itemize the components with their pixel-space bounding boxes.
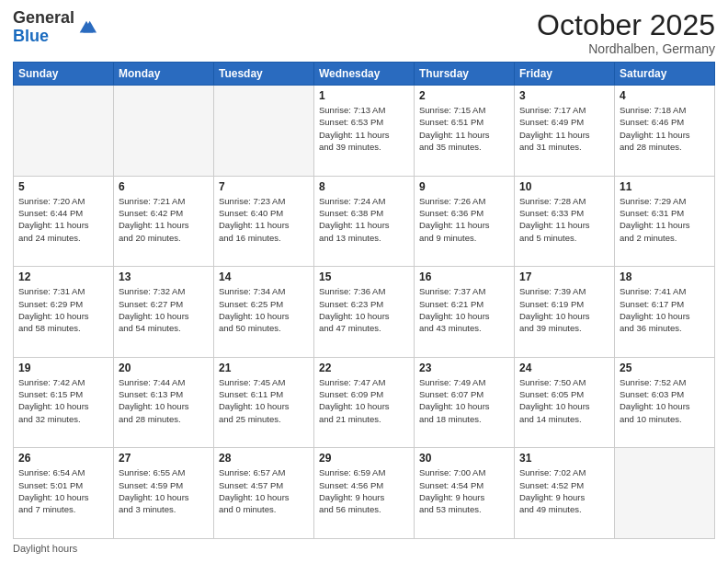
table-row: 5Sunrise: 7:20 AM Sunset: 6:44 PM Daylig… <box>14 176 114 267</box>
col-sunday: Sunday <box>14 63 114 86</box>
col-wednesday: Wednesday <box>314 63 415 86</box>
table-row <box>214 86 314 177</box>
day-number: 30 <box>419 452 509 465</box>
footer: Daylight hours <box>13 543 715 554</box>
col-friday: Friday <box>515 63 615 86</box>
day-info: Sunrise: 7:02 AM Sunset: 4:52 PM Dayligh… <box>519 466 609 515</box>
day-number: 28 <box>219 452 309 465</box>
day-info: Sunrise: 6:57 AM Sunset: 4:57 PM Dayligh… <box>219 466 309 515</box>
calendar-table: Sunday Monday Tuesday Wednesday Thursday… <box>13 62 715 539</box>
day-number: 25 <box>620 362 710 374</box>
day-number: 7 <box>219 180 309 193</box>
table-row: 11Sunrise: 7:29 AM Sunset: 6:31 PM Dayli… <box>615 176 715 267</box>
day-info: Sunrise: 7:20 AM Sunset: 6:44 PM Dayligh… <box>18 195 108 244</box>
day-number: 10 <box>519 180 609 193</box>
table-row: 28Sunrise: 6:57 AM Sunset: 4:57 PM Dayli… <box>214 448 314 539</box>
day-info: Sunrise: 7:17 AM Sunset: 6:49 PM Dayligh… <box>519 104 609 153</box>
day-info: Sunrise: 7:00 AM Sunset: 4:54 PM Dayligh… <box>419 466 509 515</box>
calendar-week-row: 5Sunrise: 7:20 AM Sunset: 6:44 PM Daylig… <box>14 176 715 267</box>
table-row: 30Sunrise: 7:00 AM Sunset: 4:54 PM Dayli… <box>415 448 515 539</box>
table-row: 23Sunrise: 7:49 AM Sunset: 6:07 PM Dayli… <box>415 357 515 448</box>
table-row: 22Sunrise: 7:47 AM Sunset: 6:09 PM Dayli… <box>314 357 415 448</box>
day-number: 9 <box>419 180 509 193</box>
table-row: 26Sunrise: 6:54 AM Sunset: 5:01 PM Dayli… <box>14 448 114 539</box>
table-row: 29Sunrise: 6:59 AM Sunset: 4:56 PM Dayli… <box>314 448 415 539</box>
logo-blue: Blue <box>13 27 49 45</box>
day-info: Sunrise: 7:47 AM Sunset: 6:09 PM Dayligh… <box>319 376 409 425</box>
table-row: 17Sunrise: 7:39 AM Sunset: 6:19 PM Dayli… <box>515 267 615 358</box>
table-row: 2Sunrise: 7:15 AM Sunset: 6:51 PM Daylig… <box>415 86 515 177</box>
col-monday: Monday <box>114 63 214 86</box>
logo-general: General <box>13 8 74 27</box>
day-number: 13 <box>119 270 209 283</box>
day-number: 20 <box>119 362 209 374</box>
col-saturday: Saturday <box>615 63 715 86</box>
table-row: 31Sunrise: 7:02 AM Sunset: 4:52 PM Dayli… <box>515 448 615 539</box>
logo-icon <box>76 17 97 38</box>
calendar-week-row: 12Sunrise: 7:31 AM Sunset: 6:29 PM Dayli… <box>14 267 715 358</box>
day-info: Sunrise: 7:45 AM Sunset: 6:11 PM Dayligh… <box>219 376 309 425</box>
day-info: Sunrise: 7:23 AM Sunset: 6:40 PM Dayligh… <box>219 195 309 244</box>
table-row: 21Sunrise: 7:45 AM Sunset: 6:11 PM Dayli… <box>214 357 314 448</box>
day-info: Sunrise: 7:34 AM Sunset: 6:25 PM Dayligh… <box>219 285 309 334</box>
day-number: 1 <box>319 89 409 102</box>
day-info: Sunrise: 7:39 AM Sunset: 6:19 PM Dayligh… <box>519 285 609 334</box>
col-thursday: Thursday <box>415 63 515 86</box>
day-info: Sunrise: 7:44 AM Sunset: 6:13 PM Dayligh… <box>119 376 209 425</box>
day-number: 12 <box>18 270 108 283</box>
table-row: 25Sunrise: 7:52 AM Sunset: 6:03 PM Dayli… <box>615 357 715 448</box>
daylight-hours-label: Daylight hours <box>13 543 77 554</box>
day-number: 31 <box>519 452 609 465</box>
day-info: Sunrise: 7:15 AM Sunset: 6:51 PM Dayligh… <box>419 104 509 153</box>
day-number: 14 <box>219 270 309 283</box>
table-row <box>114 86 214 177</box>
table-row <box>615 448 715 539</box>
day-info: Sunrise: 6:59 AM Sunset: 4:56 PM Dayligh… <box>319 466 409 515</box>
day-number: 22 <box>319 362 409 374</box>
location-subtitle: Nordhalben, Germany <box>537 41 715 56</box>
table-row: 16Sunrise: 7:37 AM Sunset: 6:21 PM Dayli… <box>415 267 515 358</box>
day-number: 15 <box>319 270 409 283</box>
table-row: 18Sunrise: 7:41 AM Sunset: 6:17 PM Dayli… <box>615 267 715 358</box>
day-number: 11 <box>620 180 710 193</box>
table-row: 13Sunrise: 7:32 AM Sunset: 6:27 PM Dayli… <box>114 267 214 358</box>
day-info: Sunrise: 7:18 AM Sunset: 6:46 PM Dayligh… <box>620 104 710 153</box>
day-info: Sunrise: 7:37 AM Sunset: 6:21 PM Dayligh… <box>419 285 509 334</box>
calendar-header-row: Sunday Monday Tuesday Wednesday Thursday… <box>14 63 715 86</box>
day-number: 29 <box>319 452 409 465</box>
table-row: 9Sunrise: 7:26 AM Sunset: 6:36 PM Daylig… <box>415 176 515 267</box>
day-info: Sunrise: 7:36 AM Sunset: 6:23 PM Dayligh… <box>319 285 409 334</box>
day-number: 24 <box>519 362 609 374</box>
day-number: 3 <box>519 89 609 102</box>
day-number: 18 <box>620 270 710 283</box>
table-row: 4Sunrise: 7:18 AM Sunset: 6:46 PM Daylig… <box>615 86 715 177</box>
day-info: Sunrise: 7:26 AM Sunset: 6:36 PM Dayligh… <box>419 195 509 244</box>
logo-text: General Blue <box>13 9 74 46</box>
day-number: 26 <box>18 452 108 465</box>
table-row: 1Sunrise: 7:13 AM Sunset: 6:53 PM Daylig… <box>314 86 415 177</box>
day-number: 8 <box>319 180 409 193</box>
day-info: Sunrise: 7:52 AM Sunset: 6:03 PM Dayligh… <box>620 376 710 425</box>
table-row: 14Sunrise: 7:34 AM Sunset: 6:25 PM Dayli… <box>214 267 314 358</box>
table-row: 3Sunrise: 7:17 AM Sunset: 6:49 PM Daylig… <box>515 86 615 177</box>
table-row <box>14 86 114 177</box>
day-info: Sunrise: 7:21 AM Sunset: 6:42 PM Dayligh… <box>119 195 209 244</box>
day-info: Sunrise: 7:31 AM Sunset: 6:29 PM Dayligh… <box>18 285 108 334</box>
day-info: Sunrise: 7:29 AM Sunset: 6:31 PM Dayligh… <box>620 195 710 244</box>
title-block: October 2025 Nordhalben, Germany <box>537 9 715 56</box>
table-row: 20Sunrise: 7:44 AM Sunset: 6:13 PM Dayli… <box>114 357 214 448</box>
day-number: 2 <box>419 89 509 102</box>
day-info: Sunrise: 6:55 AM Sunset: 4:59 PM Dayligh… <box>119 466 209 515</box>
table-row: 12Sunrise: 7:31 AM Sunset: 6:29 PM Dayli… <box>14 267 114 358</box>
day-number: 21 <box>219 362 309 374</box>
day-number: 17 <box>519 270 609 283</box>
day-info: Sunrise: 7:42 AM Sunset: 6:15 PM Dayligh… <box>18 376 108 425</box>
table-row: 15Sunrise: 7:36 AM Sunset: 6:23 PM Dayli… <box>314 267 415 358</box>
day-info: Sunrise: 7:24 AM Sunset: 6:38 PM Dayligh… <box>319 195 409 244</box>
day-info: Sunrise: 7:28 AM Sunset: 6:33 PM Dayligh… <box>519 195 609 244</box>
day-number: 23 <box>419 362 509 374</box>
calendar-week-row: 26Sunrise: 6:54 AM Sunset: 5:01 PM Dayli… <box>14 448 715 539</box>
page: General Blue October 2025 Nordhalben, Ge… <box>0 0 728 563</box>
table-row: 6Sunrise: 7:21 AM Sunset: 6:42 PM Daylig… <box>114 176 214 267</box>
table-row: 27Sunrise: 6:55 AM Sunset: 4:59 PM Dayli… <box>114 448 214 539</box>
